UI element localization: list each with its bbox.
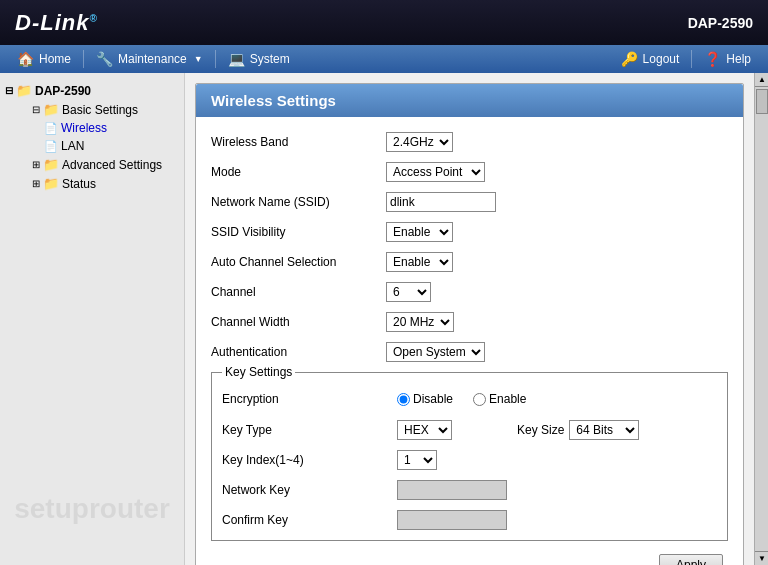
auto-channel-row: Auto Channel Selection Enable Disable bbox=[211, 247, 728, 277]
expand-icon: ⊟ bbox=[5, 85, 13, 96]
network-key-label: Network Key bbox=[222, 483, 397, 497]
expand-advanced-icon: ⊞ bbox=[32, 159, 40, 170]
advanced-settings-folder-icon: 📁 bbox=[43, 157, 59, 172]
sidebar-root[interactable]: ⊟ 📁 DAP-2590 bbox=[5, 81, 179, 100]
scrollbar[interactable]: ▲ ▼ bbox=[754, 73, 768, 565]
sidebar-tree: ⊟ 📁 Basic Settings 📄 Wireless 📄 LAN ⊞ 📁 … bbox=[5, 100, 179, 193]
scroll-down-button[interactable]: ▼ bbox=[755, 551, 768, 565]
system-icon: 💻 bbox=[228, 51, 245, 67]
main-layout: ⊟ 📁 DAP-2590 ⊟ 📁 Basic Settings 📄 Wirele… bbox=[0, 73, 768, 565]
nav-logout-label: Logout bbox=[643, 52, 680, 66]
encryption-disable-group[interactable]: Disable bbox=[397, 392, 453, 406]
basic-settings-folder-icon: 📁 bbox=[43, 102, 59, 117]
sidebar-item-lan[interactable]: 📄 LAN bbox=[29, 137, 179, 155]
panel-body: Wireless Band 2.4GHz 5GHz Mode Access Po… bbox=[196, 117, 743, 565]
network-key-row: Network Key bbox=[222, 475, 717, 505]
status-label: Status bbox=[62, 177, 96, 191]
nav-help[interactable]: ❓ Help bbox=[692, 45, 763, 73]
lan-label: LAN bbox=[61, 139, 84, 153]
nav-maintenance-label: Maintenance bbox=[118, 52, 187, 66]
authentication-row: Authentication Open System Shared Key WP… bbox=[211, 337, 728, 367]
scroll-thumb[interactable] bbox=[756, 89, 768, 114]
encryption-enable-radio[interactable] bbox=[473, 393, 486, 406]
encryption-label: Encryption bbox=[222, 392, 397, 406]
confirm-key-label: Confirm Key bbox=[222, 513, 397, 527]
home-icon: 🏠 bbox=[17, 51, 34, 67]
wireless-label: Wireless bbox=[61, 121, 107, 135]
ssid-input[interactable] bbox=[386, 192, 496, 212]
ssid-control bbox=[386, 192, 496, 212]
mode-control: Access Point WDS WDS with AP bbox=[386, 162, 485, 182]
channel-width-control: 20 MHz 40 MHz bbox=[386, 312, 454, 332]
mode-label: Mode bbox=[211, 165, 386, 179]
confirm-key-row: Confirm Key bbox=[222, 505, 717, 535]
channel-width-select[interactable]: 20 MHz 40 MHz bbox=[386, 312, 454, 332]
expand-status-icon: ⊞ bbox=[32, 178, 40, 189]
key-index-select[interactable]: 1234 bbox=[397, 450, 437, 470]
key-type-and-size: HEX ASCII Key Size 64 Bits 128 Bits bbox=[397, 420, 639, 440]
channel-label: Channel bbox=[211, 285, 386, 299]
header: D-Link® DAP-2590 bbox=[0, 0, 768, 45]
nav-maintenance[interactable]: 🔧 Maintenance ▼ bbox=[84, 45, 215, 73]
advanced-settings-label: Advanced Settings bbox=[62, 158, 162, 172]
key-type-label: Key Type bbox=[222, 423, 397, 437]
chevron-down-icon: ▼ bbox=[194, 54, 203, 64]
root-folder-icon: 📁 bbox=[16, 83, 32, 98]
watermark: setuprouter bbox=[10, 493, 174, 525]
help-icon: ❓ bbox=[704, 51, 721, 67]
nav-system[interactable]: 💻 System bbox=[216, 45, 302, 73]
status-folder-icon: 📁 bbox=[43, 176, 59, 191]
ssid-row: Network Name (SSID) bbox=[211, 187, 728, 217]
ssid-visibility-row: SSID Visibility Enable Disable bbox=[211, 217, 728, 247]
encryption-disable-radio[interactable] bbox=[397, 393, 410, 406]
mode-row: Mode Access Point WDS WDS with AP bbox=[211, 157, 728, 187]
nav-home[interactable]: 🏠 Home bbox=[5, 45, 83, 73]
ssid-visibility-select[interactable]: Enable Disable bbox=[386, 222, 453, 242]
channel-width-label: Channel Width bbox=[211, 315, 386, 329]
sidebar-item-wireless[interactable]: 📄 Wireless bbox=[29, 119, 179, 137]
channel-select[interactable]: 12345 67891011 bbox=[386, 282, 431, 302]
key-settings-box: Key Settings Encryption Disable bbox=[211, 372, 728, 541]
ssid-visibility-label: SSID Visibility bbox=[211, 225, 386, 239]
panel-title: Wireless Settings bbox=[211, 92, 336, 109]
wireless-band-control: 2.4GHz 5GHz bbox=[386, 132, 453, 152]
key-settings-content: Encryption Disable Enable bbox=[222, 383, 717, 535]
ssid-label: Network Name (SSID) bbox=[211, 195, 386, 209]
mode-select[interactable]: Access Point WDS WDS with AP bbox=[386, 162, 485, 182]
ssid-visibility-control: Enable Disable bbox=[386, 222, 453, 242]
apply-row: Apply bbox=[211, 546, 728, 565]
wireless-band-select[interactable]: 2.4GHz 5GHz bbox=[386, 132, 453, 152]
authentication-label: Authentication bbox=[211, 345, 386, 359]
apply-button[interactable]: Apply bbox=[659, 554, 723, 565]
dlink-logo: D-Link® bbox=[15, 10, 98, 36]
sidebar-item-basic-settings[interactable]: ⊟ 📁 Basic Settings bbox=[17, 100, 179, 119]
key-size-label: Key Size bbox=[517, 423, 564, 437]
key-type-select[interactable]: HEX ASCII bbox=[397, 420, 452, 440]
auto-channel-label: Auto Channel Selection bbox=[211, 255, 386, 269]
encryption-enable-label: Enable bbox=[489, 392, 526, 406]
auto-channel-control: Enable Disable bbox=[386, 252, 453, 272]
sidebar-item-status[interactable]: ⊞ 📁 Status bbox=[17, 174, 179, 193]
encryption-enable-group[interactable]: Enable bbox=[473, 392, 526, 406]
sidebar-item-advanced-settings[interactable]: ⊞ 📁 Advanced Settings bbox=[17, 155, 179, 174]
key-index-label: Key Index(1~4) bbox=[222, 453, 397, 467]
lan-file-icon: 📄 bbox=[44, 140, 58, 153]
auto-channel-select[interactable]: Enable Disable bbox=[386, 252, 453, 272]
authentication-control: Open System Shared Key WPA WPA2 bbox=[386, 342, 485, 362]
wireless-band-label: Wireless Band bbox=[211, 135, 386, 149]
model-name: DAP-2590 bbox=[688, 15, 753, 31]
nav-logout[interactable]: 🔑 Logout bbox=[609, 45, 692, 73]
basic-settings-label: Basic Settings bbox=[62, 103, 138, 117]
key-type-row: Key Type HEX ASCII Key Size 64 Bits 128 … bbox=[222, 415, 717, 445]
confirm-key-input[interactable] bbox=[397, 510, 507, 530]
key-size-select[interactable]: 64 Bits 128 Bits bbox=[569, 420, 639, 440]
network-key-input[interactable] bbox=[397, 480, 507, 500]
scroll-up-button[interactable]: ▲ bbox=[755, 73, 768, 87]
basic-settings-children: 📄 Wireless 📄 LAN bbox=[17, 119, 179, 155]
navbar: 🏠 Home 🔧 Maintenance ▼ 💻 System 🔑 Logout… bbox=[0, 45, 768, 73]
nav-system-label: System bbox=[250, 52, 290, 66]
channel-control: 12345 67891011 bbox=[386, 282, 431, 302]
encryption-disable-label: Disable bbox=[413, 392, 453, 406]
wireless-file-icon: 📄 bbox=[44, 122, 58, 135]
authentication-select[interactable]: Open System Shared Key WPA WPA2 bbox=[386, 342, 485, 362]
